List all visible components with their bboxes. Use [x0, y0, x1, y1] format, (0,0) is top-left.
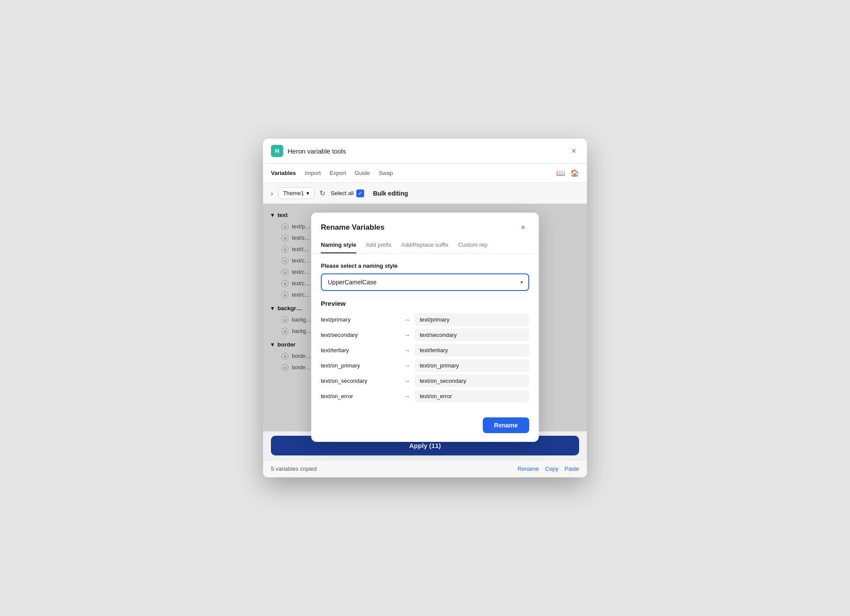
bulk-editing-label: Bulk editing [373, 190, 408, 197]
preview-original: text/secondary [321, 332, 400, 338]
modal-tabs: Naming style Add prefix Add/Replace suff… [311, 234, 539, 254]
preview-row: text/primary → text/primary [321, 313, 529, 326]
arrow-icon: → [404, 332, 410, 339]
preview-result: text/on_primary [414, 359, 529, 372]
rename-action-button[interactable]: Rename [517, 466, 539, 472]
app-title: Heron variable tools [288, 147, 346, 155]
nav-tabs: Variables Import Export Guide Swap [271, 168, 393, 178]
preview-row: text/on_secondary → text/on_secondary [321, 374, 529, 387]
select-all-area[interactable]: Select all ✓ [330, 189, 364, 197]
nav-bar: Variables Import Export Guide Swap 📖 🏠 [263, 164, 587, 183]
naming-style-label: Please select a naming style [321, 262, 529, 269]
modal-overlay: Rename Variables × Naming style Add pref… [263, 204, 587, 431]
bottom-actions: Rename Copy Paste [517, 466, 579, 472]
refresh-button[interactable]: ↻ [320, 189, 325, 197]
preview-list: text/primary → text/primary text/seconda… [321, 313, 529, 402]
arrow-icon: → [404, 347, 410, 354]
chevron-down-icon: ▾ [306, 190, 309, 196]
select-all-checkbox[interactable]: ✓ [356, 189, 364, 197]
preview-row: text/secondary → text/secondary [321, 329, 529, 341]
nav-tab-import[interactable]: Import [305, 168, 321, 178]
nav-icons: 📖 🏠 [556, 169, 579, 177]
modal-tab-add-prefix[interactable]: Add prefix [366, 239, 392, 253]
status-text: 5 variables copied [271, 466, 317, 472]
naming-style-select[interactable]: UpperCamelCase lowerCamelCase snake_case… [321, 273, 529, 291]
modal-body: Please select a naming style UpperCamelC… [311, 254, 539, 411]
preview-original: text/on_error [321, 393, 400, 399]
title-bar-left: H Heron variable tools [271, 145, 346, 157]
arrow-icon: → [404, 362, 410, 369]
modal-footer: Rename [311, 411, 539, 442]
preview-row: text/on_error → text/on_error [321, 390, 529, 402]
preview-result: text/secondary [414, 329, 529, 341]
book-icon-button[interactable]: 📖 [556, 169, 565, 177]
nav-tab-variables[interactable]: Variables [271, 168, 296, 178]
modal-tab-custom-rep[interactable]: Custom rep [458, 239, 488, 253]
preview-row: text/tertiary → text/tertiary [321, 344, 529, 357]
modal-tab-add-replace-suffix[interactable]: Add/Replace suffix [401, 239, 448, 253]
nav-tab-guide[interactable]: Guide [355, 168, 370, 178]
plugin-window: H Heron variable tools × Variables Impor… [263, 139, 587, 477]
expand-button[interactable]: › [271, 190, 273, 197]
main-content: ▾ text ◉ text/p… ◉ text/s… ◉ text/t… ◉ [263, 204, 587, 431]
arrow-icon: → [404, 393, 410, 400]
rename-variables-modal: Rename Variables × Naming style Add pref… [311, 213, 539, 442]
paste-action-button[interactable]: Paste [565, 466, 579, 472]
copy-action-button[interactable]: Copy [545, 466, 558, 472]
nav-tab-swap[interactable]: Swap [379, 168, 393, 178]
rename-button[interactable]: Rename [483, 417, 529, 433]
theme-dropdown[interactable]: Theme1 ▾ [278, 187, 315, 199]
arrow-icon: → [404, 378, 410, 385]
preview-row: text/on_primary → text/on_primary [321, 359, 529, 372]
preview-result: text/on_error [414, 390, 529, 402]
preview-result: text/primary [414, 313, 529, 326]
preview-original: text/on_secondary [321, 378, 400, 384]
home-icon-button[interactable]: 🏠 [570, 169, 579, 177]
toolbar: › Theme1 ▾ ↻ Select all ✓ Bulk editing [263, 183, 587, 204]
modal-title: Rename Variables [321, 223, 385, 232]
app-icon: H [271, 145, 283, 157]
style-select-wrapper: UpperCamelCase lowerCamelCase snake_case… [321, 273, 529, 291]
theme-name: Theme1 [283, 190, 304, 196]
modal-header: Rename Variables × [311, 213, 539, 234]
modal-tab-naming-style[interactable]: Naming style [321, 239, 356, 253]
arrow-icon: → [404, 316, 410, 323]
preview-result: text/on_secondary [414, 374, 529, 387]
preview-original: text/primary [321, 316, 400, 323]
preview-title: Preview [321, 300, 529, 307]
preview-original: text/on_primary [321, 362, 400, 369]
title-bar: H Heron variable tools × [263, 139, 587, 164]
preview-result: text/tertiary [414, 344, 529, 357]
select-all-label: Select all [330, 190, 354, 196]
window-close-button[interactable]: × [569, 146, 579, 156]
bottom-bar: 5 variables copied Rename Copy Paste [263, 460, 587, 477]
modal-close-button[interactable]: × [517, 221, 529, 234]
nav-tab-export[interactable]: Export [330, 168, 346, 178]
preview-original: text/tertiary [321, 347, 400, 354]
